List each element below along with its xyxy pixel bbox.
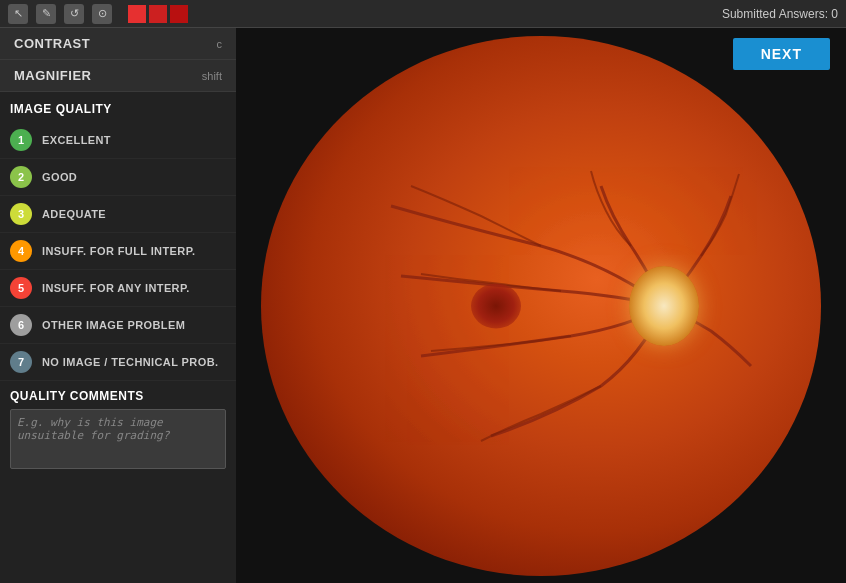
image-quality-section-title: IMAGE QUALITY [0,92,236,122]
refresh-icon[interactable]: ↺ [64,4,84,24]
color-sq-2[interactable] [149,5,167,23]
quality-items-list: 1EXCELLENT2GOOD3ADEQUATE4INSUFF. FOR FUL… [0,122,236,381]
quality-badge-5: 5 [10,277,32,299]
quality-badge-4: 4 [10,240,32,262]
quality-item-label-5: INSUFF. FOR ANY INTERP. [42,282,190,294]
quality-item-label-7: NO IMAGE / TECHNICAL PROB. [42,356,218,368]
color-sq-1[interactable] [128,5,146,23]
quality-item-label-6: OTHER IMAGE PROBLEM [42,319,185,331]
quality-badge-6: 6 [10,314,32,336]
toolbar-left: ↖ ✎ ↺ ⊙ [8,4,188,24]
quality-badge-7: 7 [10,351,32,373]
magnifier-tool[interactable]: MAGNIFIER shift [0,60,236,92]
top-bar: ↖ ✎ ↺ ⊙ Submitted Answers: 0 [0,0,846,28]
quality-item-1[interactable]: 1EXCELLENT [0,122,236,159]
quality-item-label-3: ADEQUATE [42,208,106,220]
magnifier-key: shift [202,70,222,82]
quality-item-7[interactable]: 7NO IMAGE / TECHNICAL PROB. [0,344,236,381]
pointer-icon[interactable]: ↖ [8,4,28,24]
contrast-tool[interactable]: CONTRAST c [0,28,236,60]
quality-item-5[interactable]: 5INSUFF. FOR ANY INTERP. [0,270,236,307]
quality-item-label-1: EXCELLENT [42,134,111,146]
image-area: NEXT [236,28,846,583]
submitted-answers: Submitted Answers: 0 [722,7,838,21]
quality-badge-1: 1 [10,129,32,151]
quality-item-label-2: GOOD [42,171,77,183]
quality-badge-3: 3 [10,203,32,225]
color-squares [128,5,188,23]
magnifier-label: MAGNIFIER [14,68,91,83]
quality-item-4[interactable]: 4INSUFF. FOR FULL INTERP. [0,233,236,270]
quality-item-3[interactable]: 3ADEQUATE [0,196,236,233]
vessel-overlay [261,36,821,576]
next-button[interactable]: NEXT [733,38,830,70]
quality-badge-2: 2 [10,166,32,188]
contrast-label: CONTRAST [14,36,90,51]
quality-comments-section: QUALITY COMMENTS [0,381,236,481]
quality-item-6[interactable]: 6OTHER IMAGE PROBLEM [0,307,236,344]
pencil-icon[interactable]: ✎ [36,4,56,24]
main-layout: CONTRAST c MAGNIFIER shift IMAGE QUALITY… [0,28,846,583]
quality-item-label-4: INSUFF. FOR FULL INTERP. [42,245,195,257]
optic-disc [629,266,699,346]
quality-comments-label: QUALITY COMMENTS [10,389,226,403]
quality-item-2[interactable]: 2GOOD [0,159,236,196]
contrast-key: c [217,38,223,50]
macula [471,283,521,328]
sidebar: CONTRAST c MAGNIFIER shift IMAGE QUALITY… [0,28,236,583]
retinal-image [261,36,821,576]
color-sq-3[interactable] [170,5,188,23]
settings-icon[interactable]: ⊙ [92,4,112,24]
quality-comments-textarea[interactable] [10,409,226,469]
